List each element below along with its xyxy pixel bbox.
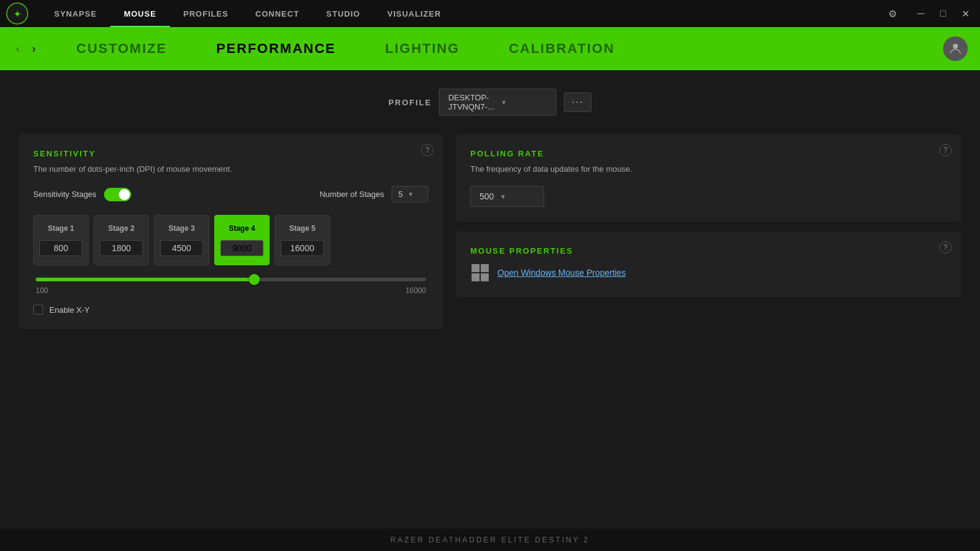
svg-rect-6 [481,273,489,281]
minimize-button[interactable]: ─ [912,5,930,22]
app-logo[interactable]: ✦ [6,2,28,25]
stage-5-box[interactable]: Stage 5 [275,215,330,265]
nav-arrows: ‹ › [12,41,39,57]
sensitivity-title: SENSITIVITY [33,149,428,158]
svg-rect-5 [472,273,480,281]
nav-synapse[interactable]: SYNAPSE [41,0,110,27]
main-nav: SYNAPSE MOUSE PROFILES CONNECT STUDIO VI… [41,0,884,27]
num-stages-row: Number of Stages 5 ▼ [319,186,428,203]
stage-5-input[interactable] [281,240,324,256]
sensitivity-stages-label: Sensitivity Stages [33,190,97,199]
tab-lighting[interactable]: LIGHTING [361,27,484,70]
profile-value: DESKTOP-JTVNQN7-... [448,93,494,111]
sensitivity-stages-toggle[interactable] [104,188,131,201]
polling-rate-title: POLLING RATE [470,149,947,158]
nav-connect[interactable]: CONNECT [242,0,313,27]
stage-3-container: Stage 3 [154,215,209,265]
profile-more-button[interactable]: ··· [564,92,592,112]
dpi-slider-container: 100 16000 [33,278,428,295]
dropdown-arrow-icon: ▼ [501,99,547,106]
slider-max-label: 16000 [406,286,426,295]
svg-point-2 [953,44,958,49]
windows-icon [470,263,490,283]
stage-1-box[interactable]: Stage 1 [33,215,89,265]
sub-nav: ‹ › CUSTOMIZE PERFORMANCE LIGHTING CALIB… [0,27,980,70]
stage-3-box[interactable]: Stage 3 [154,215,209,265]
user-avatar[interactable] [943,36,968,61]
enable-xy-row: Enable X-Y [33,305,428,315]
num-stages-dropdown-arrow-icon: ▼ [408,191,414,198]
svg-rect-4 [481,264,489,272]
stage-1-label: Stage 1 [48,224,74,233]
stage-3-label: Stage 3 [169,224,195,233]
num-stages-value: 5 [398,190,403,199]
stages-row: Sensitivity Stages Number of Stages 5 ▼ [33,186,428,203]
stage-4-container: Stage 4 [214,215,270,265]
stage-4-input[interactable] [220,240,263,256]
profile-label: PROFILE [388,98,432,107]
slider-min-label: 100 [36,286,48,295]
tab-customize[interactable]: CUSTOMIZE [52,27,191,70]
mouse-properties-panel: ? MOUSE PROPERTIES Open Windows Mouse Pr… [456,231,962,297]
nav-profiles[interactable]: PROFILES [170,0,242,27]
enable-xy-label: Enable X-Y [49,305,90,315]
stage-2-box[interactable]: Stage 2 [94,215,149,265]
stage-5-label: Stage 5 [289,224,316,233]
stage-3-input[interactable] [160,240,203,256]
svg-text:✦: ✦ [14,9,21,19]
polling-rate-description: The frequency of data updates for the mo… [470,164,947,174]
enable-xy-checkbox[interactable] [33,305,43,315]
profile-avatar-area [943,36,968,61]
stage-2-label: Stage 2 [108,224,135,233]
tab-calibration[interactable]: CALIBRATION [484,27,640,70]
stage-4-box[interactable]: Stage 4 [214,215,270,265]
maximize-button[interactable]: □ [934,5,952,22]
close-button[interactable]: ✕ [957,5,974,22]
title-bar: ✦ SYNAPSE MOUSE PROFILES CONNECT STUDIO … [0,0,980,27]
num-stages-label: Number of Stages [319,190,384,199]
sensitivity-panel: ? SENSITIVITY The number of dots-per-inc… [18,134,443,329]
stage-2-input[interactable] [100,240,143,256]
dpi-slider-thumb[interactable] [249,274,260,285]
profile-row: PROFILE DESKTOP-JTVNQN7-... ▼ ··· [0,70,980,128]
dpi-slider-track[interactable] [36,278,426,281]
stage-2-container: Stage 2 [94,215,149,265]
nav-visualizer[interactable]: VISUALIZER [374,0,454,27]
svg-rect-3 [472,264,480,272]
nav-mouse[interactable]: MOUSE [110,0,170,27]
mouse-properties-help-icon[interactable]: ? [939,241,952,254]
footer-device-name: RAZER DEATHADDER ELITE DESTINY 2 [390,536,590,544]
profile-dropdown[interactable]: DESKTOP-JTVNQN7-... ▼ [439,89,556,116]
stage-1-container: Stage 1 [33,215,89,265]
main-content: ? SENSITIVITY The number of dots-per-inc… [0,134,980,329]
forward-arrow[interactable]: › [28,41,39,57]
mouse-properties-title: MOUSE PROPERTIES [470,246,947,255]
dpi-slider-fill [36,278,254,281]
sensitivity-help-icon[interactable]: ? [421,144,433,156]
open-mouse-properties-link[interactable]: Open Windows Mouse Properties [470,263,947,283]
polling-rate-panel: ? POLLING RATE The frequency of data upd… [456,134,962,222]
polling-rate-dropdown-arrow-icon: ▼ [500,193,506,200]
footer: RAZER DEATHADDER ELITE DESTINY 2 [0,529,980,551]
stage-1-input[interactable] [39,240,82,256]
sensitivity-stages-toggle-row: Sensitivity Stages [33,188,131,201]
slider-labels: 100 16000 [36,286,426,295]
window-controls: ⚙ ─ □ ✕ [884,5,974,22]
stage-boxes-container: Stage 1 Stage 2 Stage 3 [33,215,428,265]
nav-studio[interactable]: STUDIO [313,0,374,27]
mouse-properties-link-text[interactable]: Open Windows Mouse Properties [497,268,626,278]
sensitivity-description: The number of dots-per-inch (DPI) of mou… [33,164,428,174]
stage-4-label: Stage 4 [229,224,255,233]
right-panels: ? POLLING RATE The frequency of data upd… [456,134,962,329]
polling-rate-value: 500 [480,191,494,201]
back-arrow[interactable]: ‹ [12,41,23,57]
stage-5-container: Stage 5 [275,215,330,265]
settings-button[interactable]: ⚙ [884,5,901,22]
tab-performance[interactable]: PERFORMANCE [191,27,360,70]
num-stages-dropdown[interactable]: 5 ▼ [392,186,428,203]
polling-rate-dropdown[interactable]: 500 ▼ [470,186,544,207]
polling-rate-help-icon[interactable]: ? [939,144,952,156]
